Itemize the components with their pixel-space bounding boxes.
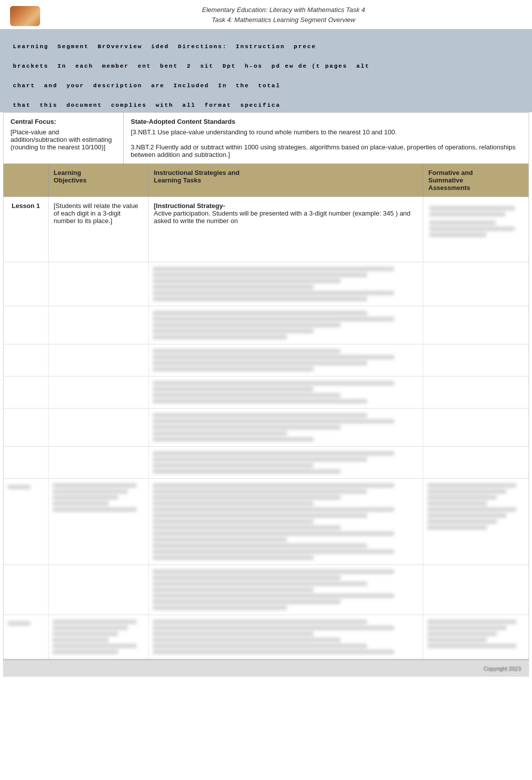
banner-line1: Learning Segment BrOverview ided Directi…	[13, 43, 316, 50]
lesson-3-row	[4, 615, 528, 659]
lesson-1-filler-2	[4, 306, 528, 344]
lesson-1-filler-1	[4, 262, 528, 306]
central-focus-row: Central Focus: [Place-value and addition…	[4, 113, 528, 164]
lesson-1-inst-body: Active participation. Students will be p…	[154, 210, 410, 225]
lesson-1-objectives-text: [Students will relate the value of each …	[54, 202, 138, 225]
lesson-2-instructional	[149, 479, 423, 564]
central-focus-text: [Place-value and addition/subtraction wi…	[11, 128, 116, 151]
main-table: Central Focus: [Place-value and addition…	[3, 112, 529, 660]
banner-line4: that this document complies with all for…	[13, 102, 281, 108]
filler-form-cell	[423, 262, 528, 306]
filler-obj-cell	[49, 262, 149, 306]
lesson-1-row: Lesson 1 [Students will relate the value…	[4, 197, 528, 262]
page-header: Elementary Education: Literacy with Math…	[0, 0, 532, 29]
header-title: Elementary Education: Literacy with Math…	[45, 5, 522, 25]
th-learning: LearningObjectives	[49, 164, 149, 197]
state-standards-text: [3.NBT.1 Use place-value understanding t…	[131, 128, 521, 158]
lesson-1-filler-4	[4, 376, 528, 409]
th-instructional: Instructional Strategies andLearning Tas…	[149, 164, 423, 197]
table-header: LearningObjectives Instructional Strateg…	[4, 164, 528, 197]
lesson-2-label	[4, 479, 49, 564]
lesson-1-formative-blurred	[428, 206, 523, 237]
footer-bar: Copyright 2023	[3, 660, 529, 677]
scrolling-banner: Learning Segment BrOverview ided Directi…	[0, 29, 532, 112]
lesson-1-label: Lesson 1	[4, 197, 49, 262]
lesson-2-objectives	[49, 479, 149, 564]
filler-inst-cell	[149, 262, 423, 306]
state-standards-cell: State-Adopted Content Standards [3.NBT.1…	[124, 113, 528, 163]
central-focus-title: Central Focus:	[11, 118, 116, 125]
th-formative: Formative andSummativeAssessments	[423, 164, 528, 197]
lesson-2-formative	[423, 479, 528, 564]
header-title-line1: Elementary Education: Literacy with Math…	[202, 6, 365, 14]
lesson-3-objectives	[49, 615, 149, 659]
lesson-1-filler-3	[4, 344, 528, 376]
lesson-3-formative	[423, 615, 528, 659]
state-standards-title: State-Adopted Content Standards	[131, 118, 521, 125]
lesson-2-continuation	[4, 565, 528, 615]
header-title-line2: Task 4: Mathematics Learning Segment Ove…	[212, 16, 355, 24]
central-focus-cell: Central Focus: [Place-value and addition…	[4, 113, 124, 163]
th-lesson	[4, 164, 49, 197]
lesson-1-formative	[423, 197, 528, 262]
lesson-3-instructional	[149, 615, 423, 659]
header-title-block: Elementary Education: Literacy with Math…	[45, 4, 522, 25]
lesson-2-row	[4, 479, 528, 565]
logo	[10, 6, 40, 26]
lesson-1-inst-header: [Instructional Strategy-	[154, 202, 225, 210]
lesson-1-objectives: [Students will relate the value of each …	[49, 197, 149, 262]
lesson-3-label	[4, 615, 49, 659]
banner-line3: chart and your description are Included …	[13, 82, 281, 89]
lesson-1-instructional: [Instructional Strategy- Active particip…	[149, 197, 423, 262]
footer-text: Copyright 2023	[483, 666, 521, 672]
lesson-1-filler-6	[4, 447, 528, 479]
banner-line2: brackets In each member ent bent 2 sit D…	[13, 63, 370, 69]
filler-lesson-cell	[4, 262, 49, 306]
lesson-1-label-text: Lesson 1	[12, 202, 40, 210]
lesson-1-filler-5	[4, 409, 528, 447]
